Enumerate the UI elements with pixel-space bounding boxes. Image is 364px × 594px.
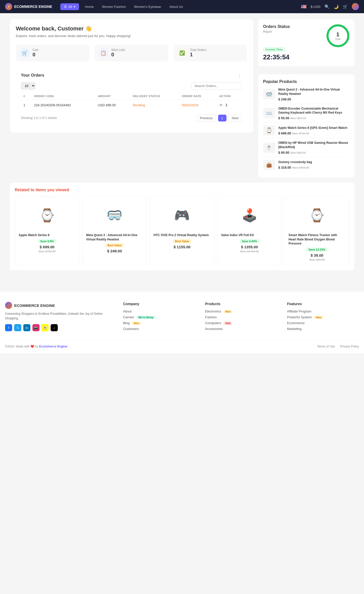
related-grid: ⌚ Apple Watch Series 8 Save 6.8% $ 699.0… bbox=[15, 196, 349, 265]
popular-item-img: ⌨️ bbox=[263, 108, 275, 118]
nav-womens-eyewear[interactable]: Women's Eyewear bbox=[132, 4, 163, 10]
popular-item-price: $ 249.00 bbox=[278, 97, 349, 101]
product-name: Valve Index VR Full Kit bbox=[221, 233, 278, 237]
download-icon[interactable]: ⬇ bbox=[225, 103, 228, 108]
product-card[interactable]: ⌚ Smart Watch Fitness Tracker with Heart… bbox=[285, 196, 349, 265]
nav-home[interactable]: Home bbox=[83, 4, 96, 10]
footer-computers-link[interactable]: Computers Sale bbox=[205, 321, 277, 325]
product-price: $ 249.00 bbox=[107, 249, 122, 253]
wishlist-stat: 📋 Wish Lists 0 bbox=[94, 45, 168, 61]
nav-about-us[interactable]: About Us bbox=[167, 4, 185, 10]
footer-electronics-link[interactable]: Electronics New bbox=[205, 309, 277, 313]
product-badge: Best Value bbox=[173, 239, 191, 243]
search-orders-input[interactable] bbox=[191, 82, 242, 90]
electronics-new-badge: New bbox=[224, 310, 233, 313]
per-page-select[interactable]: 10 25 50 bbox=[21, 82, 35, 90]
footer-copyright: ©2024, Made with ❤️ by Ecommerce Engine bbox=[5, 345, 67, 348]
product-card[interactable]: 🥽 Meta Quest 2 - Advanced All-In-One Vir… bbox=[82, 196, 147, 265]
product-badge: Best Value bbox=[105, 243, 124, 247]
brand-icon: ⚡ bbox=[5, 3, 12, 10]
cart-stat: 🛒 Cart 0 bbox=[16, 45, 90, 61]
orders-status-subtitle: Report bbox=[263, 30, 290, 33]
wish-stat-icon: 📋 bbox=[99, 48, 108, 58]
orders-title: Your Orders bbox=[21, 73, 44, 78]
product-card[interactable]: 🕹️ Valve Index VR Full Kit Save 6.49% $ … bbox=[217, 196, 282, 265]
popular-item[interactable]: ⌚ Apple Watch Series 8 [GPS 41mm] Smart … bbox=[263, 123, 349, 138]
nav-women-fashion[interactable]: Women Fashion bbox=[100, 4, 128, 10]
row-date[interactable]: 06/02/2024 bbox=[179, 100, 217, 111]
col-order-code: ORDER CODE bbox=[31, 93, 95, 100]
row-action: 👁 ⬇ bbox=[217, 100, 242, 111]
currency-selector[interactable]: $-USD bbox=[311, 5, 320, 9]
popular-item[interactable]: 🥽 Meta Quest 2 - Advanced All-In-One Vir… bbox=[263, 85, 349, 104]
footer-marketing-link[interactable]: Marketing bbox=[287, 327, 359, 331]
page-1-button[interactable]: 1 bbox=[218, 115, 226, 121]
related-title: Related to items you viewed bbox=[15, 188, 349, 192]
snapchat-icon[interactable]: 👻 bbox=[42, 324, 49, 331]
search-icon[interactable]: 🔍 bbox=[324, 4, 330, 9]
cart-value: 0 bbox=[33, 52, 39, 58]
wishlist-label: Wish Lists bbox=[111, 48, 125, 52]
product-card[interactable]: 🎮 HTC VIVE Pro 2 Virtual Reality System … bbox=[150, 196, 214, 265]
footer-accessories-link[interactable]: Accessories bbox=[205, 327, 277, 331]
current-time-section: Current Time 22:35:54 bbox=[263, 47, 349, 61]
footer-ecommerce-link[interactable]: Ecommerce bbox=[287, 321, 359, 325]
product-badge: Save 6.49% bbox=[240, 239, 259, 243]
twitter-icon[interactable]: 𝕏 bbox=[14, 324, 21, 331]
col-num: # bbox=[21, 93, 31, 100]
footer-about-link[interactable]: About bbox=[123, 309, 195, 313]
popular-item-price: $ 699.00 Was: $750.00 bbox=[278, 131, 349, 135]
orders-stat-icon: ✅ bbox=[177, 48, 187, 58]
orders-stat: ✅ Total Orders 1 bbox=[173, 45, 247, 61]
footer-brand-link[interactable]: Ecommerce Engine bbox=[39, 345, 67, 348]
orders-header: Your Orders ⋮ bbox=[21, 73, 242, 78]
popular-item[interactable]: 👜 Gummy crossbody bag $ 319.00 Was: $453… bbox=[263, 157, 349, 172]
all-label: All bbox=[68, 5, 72, 9]
popular-item-name: Meta Quest 2 - Advanced All-In-One Virtu… bbox=[278, 88, 349, 96]
all-button[interactable]: ☰ All ▾ bbox=[60, 3, 79, 10]
linkedin-icon[interactable]: in bbox=[23, 324, 30, 331]
privacy-link[interactable]: Privacy Policy bbox=[340, 345, 359, 348]
orders-section: Your Orders ⋮ 10 25 50 bbox=[16, 67, 247, 127]
footer-career-link[interactable]: Carreer We're Hiring bbox=[123, 315, 195, 319]
user-avatar[interactable] bbox=[352, 3, 359, 10]
terms-link[interactable]: Terms of Use bbox=[317, 345, 335, 348]
popular-item-info: Apple Watch Series 8 [GPS 41mm] Smart Wa… bbox=[278, 126, 349, 135]
footer-powerful-link[interactable]: Powerful System New bbox=[287, 315, 359, 319]
facebook-icon[interactable]: f bbox=[5, 324, 12, 331]
top-section: Welcome back, Customer 👋 Explore, track … bbox=[10, 19, 354, 178]
cart-icon[interactable]: 🛒 bbox=[343, 4, 348, 9]
product-card[interactable]: ⌚ Apple Watch Series 8 Save 6.8% $ 699.0… bbox=[15, 196, 79, 265]
footer-features-title: Features bbox=[287, 302, 359, 306]
footer-fashion-link[interactable]: Fashion bbox=[205, 315, 277, 319]
footer-blog-link[interactable]: Blog New bbox=[123, 321, 195, 325]
view-icon[interactable]: 👁 bbox=[219, 103, 223, 108]
cart-stat-icon: 🛒 bbox=[20, 48, 30, 58]
footer-company-col: Company About Carreer We're Hiring Blog … bbox=[123, 302, 195, 333]
navbar-right: 🇺🇸 $-USD 🔍 🌙 🛒 bbox=[301, 3, 359, 10]
product-badge: Save 13.33% bbox=[306, 248, 327, 252]
popular-item-info: Gummy crossbody bag $ 319.00 Was: $453.0… bbox=[278, 160, 349, 169]
product-img: ⌚ bbox=[289, 200, 345, 231]
footer-legal-links: Terms of Use Privacy Policy bbox=[317, 345, 359, 348]
tiktok-icon[interactable]: ♪ bbox=[51, 324, 58, 331]
product-price: $ 1355.00 bbox=[241, 245, 258, 249]
next-button[interactable]: Next bbox=[228, 115, 242, 121]
footer-logo: ECOMMERCE ENGINE bbox=[5, 302, 113, 309]
footer-brand-name: ECOMMERCE ENGINE bbox=[14, 303, 55, 308]
footer-customers-link[interactable]: Customers bbox=[123, 327, 195, 331]
right-column: Orders Status Report 1 Total Current Tim… bbox=[258, 19, 354, 178]
footer-products-col: Products Electronics New Fashion Compute… bbox=[205, 302, 277, 333]
brand-name: ECOMMERCE ENGINE bbox=[14, 5, 52, 9]
col-delivery-status: DELIVERY STATUS bbox=[130, 93, 179, 100]
theme-toggle-icon[interactable]: 🌙 bbox=[334, 4, 339, 9]
orders-menu-icon[interactable]: ⋮ bbox=[237, 73, 242, 78]
previous-button[interactable]: Previous bbox=[197, 115, 216, 121]
popular-item[interactable]: 🖱️ OMEN by HP Wired USB Gaming Reactor M… bbox=[263, 138, 349, 157]
popular-item-name: OMEN by HP Wired USB Gaming Reactor Mous… bbox=[278, 141, 349, 149]
footer-affiliate-link[interactable]: Affiliate Program bbox=[287, 309, 359, 313]
instagram-icon[interactable]: 📷 bbox=[32, 324, 40, 331]
popular-item[interactable]: ⌨️ OMEN Encoder Customizable Mechanical … bbox=[263, 104, 349, 123]
product-was: Was: $750.00 bbox=[39, 250, 55, 253]
current-time-label: Current Time bbox=[263, 47, 285, 52]
